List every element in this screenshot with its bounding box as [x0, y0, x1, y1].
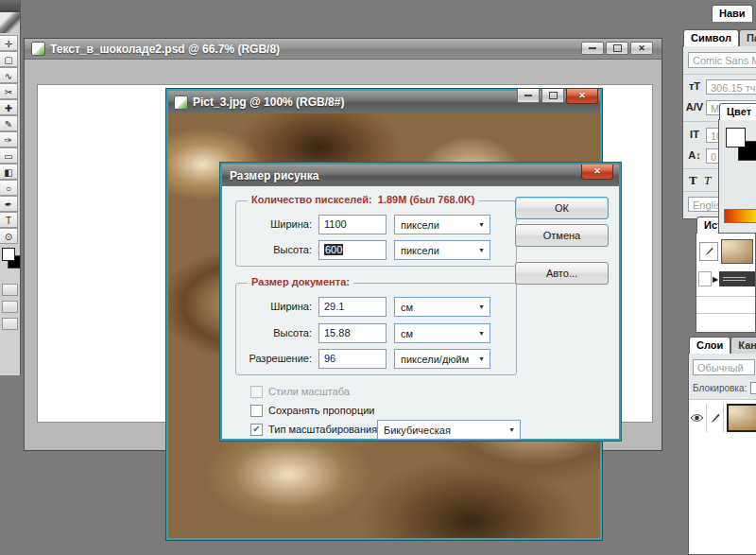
font-size-field[interactable]: 306.15 тч [706, 79, 756, 95]
quick-mask-button[interactable] [2, 284, 18, 296]
image-size-dialog: Размер рисунка ✕ Количество пискселей: 1… [220, 163, 621, 441]
kerning-icon: A/V [685, 101, 704, 113]
tool-palette: ✛▢∿✂✚✎✑▭◧○✒T⊙ [0, 0, 21, 375]
ok-button[interactable]: ОК [515, 197, 609, 219]
chevron-down-icon: ▼ [508, 426, 515, 433]
pixel-height-unit-dropdown[interactable]: пиксели▼ [394, 240, 490, 260]
dialog-title: Размер рисунка [230, 169, 319, 182]
main-window-titlebar[interactable]: Текст_в_шоколаде2.psd @ 66.7% (RGB/8) ✕ [25, 39, 662, 60]
font-family-dropdown[interactable]: Comic Sans MS [688, 52, 756, 68]
image-window-title: Pict_3.jpg @ 100% (RGB/8#) [193, 95, 344, 109]
photoshop-workspace: ✛▢∿✂✚✎✑▭◧○✒T⊙ Текст_в_шоколаде2.psd @ 66… [0, 0, 756, 555]
history-panel: Истор ▶ [696, 233, 756, 333]
chevron-down-icon: ▼ [478, 304, 485, 310]
color-panel: Цвет [718, 119, 756, 234]
clone-stamp-tool-icon[interactable]: ✑ [0, 131, 18, 147]
main-window-controls: ✕ [581, 42, 653, 55]
layers-empty-area [689, 436, 756, 554]
resample-method-dropdown[interactable]: Бикубическая▼ [377, 420, 521, 440]
auto-button[interactable]: Авто... [515, 262, 609, 285]
constrain-proportions-checkbox[interactable] [250, 405, 263, 417]
foreground-background-swatches[interactable] [2, 248, 19, 276]
edit-mode-button[interactable] [2, 318, 18, 330]
tab-navigator[interactable]: Нави [712, 5, 753, 22]
close-icon[interactable]: ✕ [630, 42, 653, 55]
eraser-tool-icon[interactable]: ▭ [0, 147, 18, 164]
lock-row: Блокировка: [693, 382, 756, 394]
image-window-controls: ✕ [517, 89, 598, 104]
scale-styles-checkbox[interactable] [250, 386, 263, 398]
chevron-down-icon: ▼ [478, 221, 485, 228]
color-ramp[interactable] [724, 209, 756, 223]
crop-tool-icon[interactable]: ✂ [0, 83, 18, 99]
doc-width-unit-dropdown[interactable]: см▼ [394, 297, 490, 317]
chevron-down-icon: ▼ [478, 330, 485, 337]
pixel-width-unit-dropdown[interactable]: пиксели▼ [394, 215, 490, 234]
doc-width-field[interactable]: 29.1 [318, 297, 387, 317]
tab-color[interactable]: Цвет [719, 103, 756, 120]
tab-character[interactable]: Символ [683, 29, 739, 46]
gradient-tool-icon[interactable]: ◧ [0, 164, 18, 180]
pixel-height-field[interactable]: 600 [318, 240, 387, 260]
check-icon: ✔ [252, 425, 260, 434]
lasso-tool-icon[interactable]: ∿ [0, 67, 18, 83]
history-state-row[interactable]: ▶ [698, 271, 755, 286]
healing-brush-tool-icon[interactable]: ✚ [0, 99, 18, 115]
history-source-well[interactable] [698, 271, 712, 286]
navigator-panel: Нави [712, 5, 756, 26]
zoom-tool-icon[interactable]: ⊙ [0, 228, 18, 244]
history-snapshot-row[interactable] [699, 239, 753, 264]
doc-height-unit-dropdown[interactable]: см▼ [394, 323, 490, 343]
blend-mode-dropdown[interactable]: Обычный [693, 359, 755, 375]
chevron-down-icon: ▼ [478, 247, 485, 253]
cancel-button[interactable]: Отмена [515, 224, 609, 247]
constrain-proportions-row: Сохранять пропорции [250, 403, 375, 418]
faux-italic-button[interactable]: T [704, 173, 711, 188]
photoshop-feather-logo [0, 12, 20, 33]
eye-icon[interactable] [689, 404, 707, 432]
type-tool-icon[interactable]: T [0, 212, 18, 228]
snapshot-thumbnail[interactable] [721, 239, 753, 264]
tool-palette-titlebar[interactable] [0, 0, 20, 12]
pen-tool-icon[interactable]: ✒ [0, 196, 18, 212]
constrain-proportions-label: Сохранять пропорции [268, 405, 375, 416]
lock-checkbox[interactable] [750, 382, 756, 394]
pixel-width-field[interactable]: 1100 [318, 215, 387, 234]
layer-thumbnail[interactable] [727, 404, 756, 432]
vertical-scale-icon: ІT [685, 129, 704, 140]
minimize-icon[interactable] [581, 42, 604, 55]
resolution-label: Разрешение: [222, 349, 312, 369]
history-brush-icon[interactable] [699, 242, 718, 261]
close-icon[interactable]: ✕ [581, 165, 613, 180]
tab-channels[interactable]: Кана [730, 337, 756, 354]
faux-bold-button[interactable]: T [689, 173, 697, 188]
tab-layers[interactable]: Слои [689, 337, 730, 354]
foreground-color-swatch[interactable] [2, 248, 15, 261]
foreground-color-swatch[interactable] [726, 128, 746, 147]
move-tool-icon[interactable]: ✛ [0, 35, 18, 51]
tab-paragraph[interactable]: Пара [739, 29, 756, 46]
blur-tool-icon[interactable]: ○ [0, 180, 18, 196]
history-state-selected[interactable] [719, 271, 755, 286]
minimize-icon[interactable] [517, 89, 540, 103]
marquee-tool-icon[interactable]: ▢ [0, 51, 18, 67]
brush-tool-icon[interactable]: ✎ [0, 115, 18, 131]
resample-checkbox[interactable]: ✔ [250, 424, 263, 436]
jpg-file-icon [174, 95, 188, 110]
close-icon[interactable]: ✕ [566, 89, 598, 104]
psd-file-icon [31, 42, 45, 56]
resolution-unit-dropdown[interactable]: пиксели/дюйм▼ [394, 349, 490, 369]
play-icon: ▶ [713, 275, 718, 284]
screen-mode-button[interactable] [2, 301, 18, 313]
dialog-titlebar[interactable]: Размер рисунка [222, 165, 619, 186]
chevron-down-icon: ▼ [478, 356, 485, 362]
resolution-field[interactable]: 96 [318, 349, 387, 369]
tool-buttons: ✛▢∿✂✚✎✑▭◧○✒T⊙ [0, 35, 20, 244]
layer-row[interactable] [689, 400, 756, 436]
restore-icon[interactable] [606, 42, 628, 55]
doc-width-label: Ширина: [222, 297, 312, 317]
layers-panel-tabs: Слои Кана [689, 337, 756, 354]
scale-styles-label: Стили масштаба [268, 386, 350, 397]
doc-height-field[interactable]: 15.88 [318, 323, 387, 343]
restore-icon[interactable] [541, 89, 564, 103]
